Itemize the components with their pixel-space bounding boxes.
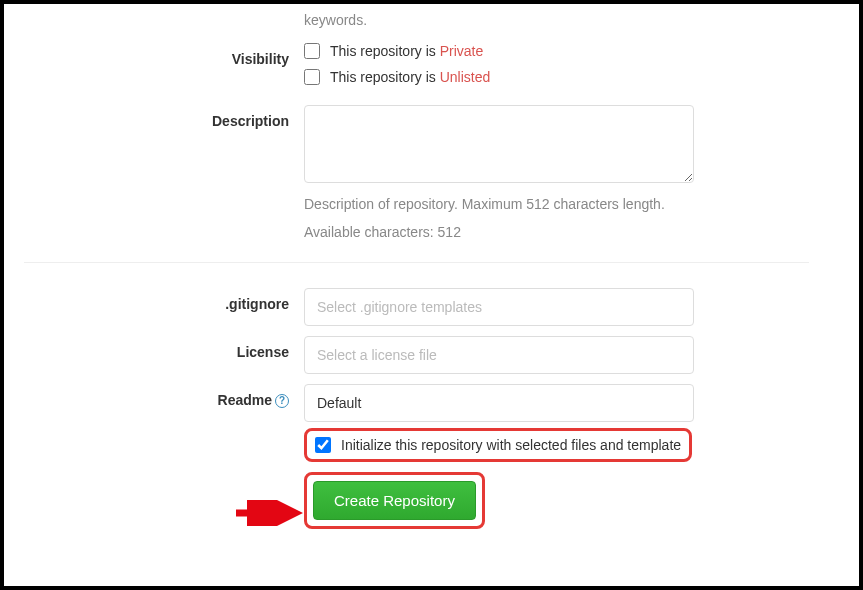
readme-label: Readme [218, 392, 272, 408]
description-help-2: Available characters: 512 [304, 223, 694, 243]
readme-row: Readme? Default Initialize this reposito… [4, 384, 829, 462]
description-help-1: Description of repository. Maximum 512 c… [304, 195, 694, 215]
unlisted-text: This repository is Unlisted [330, 69, 490, 85]
initialize-highlight-box: Initialize this repository with selected… [304, 428, 692, 462]
license-label: License [4, 336, 304, 360]
license-select[interactable]: Select a license file [304, 336, 694, 374]
create-button-highlight: Create Repository [304, 472, 485, 529]
private-text: This repository is Private [330, 43, 483, 59]
initialize-text: Initialize this repository with selected… [341, 437, 681, 453]
gitignore-label: .gitignore [4, 288, 304, 312]
unlisted-checkbox[interactable] [304, 69, 320, 85]
section-divider [24, 262, 809, 263]
keywords-help-text: keywords. [304, 12, 829, 28]
private-link[interactable]: Private [440, 43, 484, 59]
create-repository-button[interactable]: Create Repository [313, 481, 476, 520]
readme-label-container: Readme? [4, 384, 304, 408]
gitignore-row: .gitignore Select .gitignore templates [4, 288, 829, 326]
visibility-private-group: This repository is Private [304, 43, 694, 59]
description-label: Description [4, 105, 304, 129]
description-textarea[interactable] [304, 105, 694, 183]
private-checkbox[interactable] [304, 43, 320, 59]
license-row: License Select a license file [4, 336, 829, 374]
initialize-checkbox[interactable] [315, 437, 331, 453]
visibility-unlisted-group: This repository is Unlisted [304, 69, 694, 85]
readme-select[interactable]: Default [304, 384, 694, 422]
visibility-row: Visibility This repository is Private Th… [4, 43, 829, 95]
description-row: Description Description of repository. M… [4, 105, 829, 242]
unlisted-link[interactable]: Unlisted [440, 69, 491, 85]
visibility-label: Visibility [4, 43, 304, 67]
gitignore-select[interactable]: Select .gitignore templates [304, 288, 694, 326]
help-icon[interactable]: ? [275, 394, 289, 408]
